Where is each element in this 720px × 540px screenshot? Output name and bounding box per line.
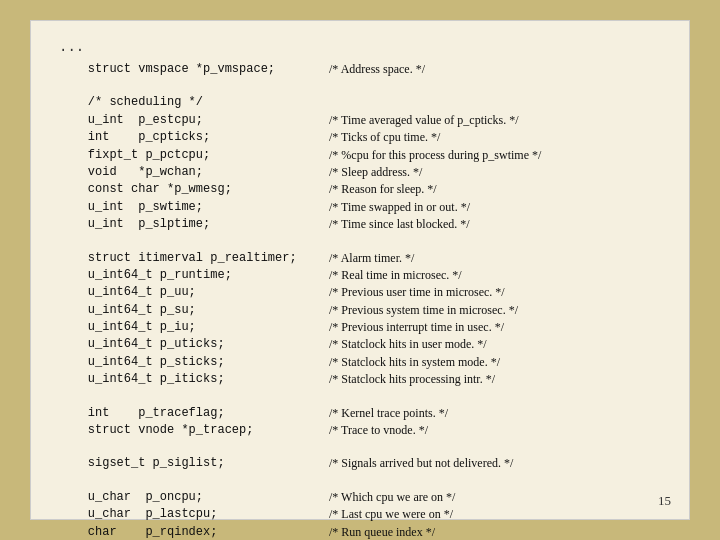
code-right: /* Trace to vnode. */: [329, 422, 428, 439]
code-line: u_char p_lastcpu; /* Last cpu we were on…: [59, 506, 661, 523]
code-right: /* Signals arrived but not delivered. */: [329, 455, 513, 472]
code-line: u_int64_t p_sticks; /* Statclock hits in…: [59, 354, 661, 371]
code-left: int p_traceflag;: [59, 405, 329, 422]
ellipsis-top: ...: [59, 39, 661, 55]
code-right: /* Reason for sleep. */: [329, 181, 437, 198]
code-left: /* scheduling */: [59, 94, 329, 111]
code-right: /* Statclock hits processing intr. */: [329, 371, 495, 388]
page-number: 15: [658, 493, 671, 509]
code-left: u_int p_swtime;: [59, 199, 329, 216]
code-line: u_int64_t p_iticks; /* Statclock hits pr…: [59, 371, 661, 388]
code-line: u_int64_t p_iu; /* Previous interrupt ti…: [59, 319, 661, 336]
code-right: /* Previous system time in microsec. */: [329, 302, 518, 319]
code-line: int p_traceflag; /* Kernel trace points.…: [59, 405, 661, 422]
section-trace: int p_traceflag; /* Kernel trace points.…: [59, 405, 661, 440]
code-left: u_char p_oncpu;: [59, 489, 329, 506]
code-right: /* Previous user time in microsec. */: [329, 284, 505, 301]
code-line: u_int64_t p_uu; /* Previous user time in…: [59, 284, 661, 301]
code-left: u_int64_t p_su;: [59, 302, 329, 319]
code-right: /* Address space. */: [329, 61, 425, 78]
code-line: u_int64_t p_uticks; /* Statclock hits in…: [59, 336, 661, 353]
section-vmspace: struct vmspace *p_vmspace; /* Address sp…: [59, 61, 661, 78]
code-left: u_int64_t p_runtime;: [59, 267, 329, 284]
code-line: u_int p_estcpu; /* Time averaged value o…: [59, 112, 661, 129]
code-right: /* Statclock hits in user mode. */: [329, 336, 487, 353]
code-line: sigset_t p_siglist; /* Signals arrived b…: [59, 455, 661, 472]
code-right: /* Alarm timer. */: [329, 250, 414, 267]
code-line: /* scheduling */: [59, 94, 661, 111]
code-left: struct itimerval p_realtimer;: [59, 250, 329, 267]
code-right: /* Time swapped in or out. */: [329, 199, 470, 216]
code-left: u_int p_estcpu;: [59, 112, 329, 129]
slide: ... struct vmspace *p_vmspace; /* Addres…: [30, 20, 690, 520]
code-left: struct vmspace *p_vmspace;: [59, 61, 329, 78]
code-right: /* %cpu for this process during p_swtime…: [329, 147, 541, 164]
code-left: char p_rqindex;: [59, 524, 329, 540]
code-line: u_int64_t p_runtime; /* Real time in mic…: [59, 267, 661, 284]
code-left: u_int64_t p_uticks;: [59, 336, 329, 353]
code-line: struct vmspace *p_vmspace; /* Address sp…: [59, 61, 661, 78]
code-left: u_int64_t p_iu;: [59, 319, 329, 336]
section-scheduling: /* scheduling */ u_int p_estcpu; /* Time…: [59, 94, 661, 233]
code-right: /* Kernel trace points. */: [329, 405, 448, 422]
code-left: u_int64_t p_iticks;: [59, 371, 329, 388]
code-content: struct vmspace *p_vmspace; /* Address sp…: [59, 61, 661, 540]
code-left: void *p_wchan;: [59, 164, 329, 181]
code-line: u_int p_slptime; /* Time since last bloc…: [59, 216, 661, 233]
code-right: /* Time averaged value of p_cpticks. */: [329, 112, 519, 129]
section-signals: sigset_t p_siglist; /* Signals arrived b…: [59, 455, 661, 472]
code-line: struct itimerval p_realtimer; /* Alarm t…: [59, 250, 661, 267]
code-left: u_int p_slptime;: [59, 216, 329, 233]
code-left: u_int64_t p_uu;: [59, 284, 329, 301]
code-left: u_int64_t p_sticks;: [59, 354, 329, 371]
code-line: u_int64_t p_su; /* Previous system time …: [59, 302, 661, 319]
code-right: /* Previous interrupt time in usec. */: [329, 319, 504, 336]
code-right: /* Time since last blocked. */: [329, 216, 470, 233]
code-right: /* Sleep address. */: [329, 164, 422, 181]
code-line: void *p_wchan; /* Sleep address. */: [59, 164, 661, 181]
code-left: struct vnode *p_tracep;: [59, 422, 329, 439]
section-timers: struct itimerval p_realtimer; /* Alarm t…: [59, 250, 661, 389]
code-line: u_char p_oncpu; /* Which cpu we are on *…: [59, 489, 661, 506]
code-left: const char *p_wmesg;: [59, 181, 329, 198]
code-right: /* Statclock hits in system mode. */: [329, 354, 500, 371]
code-line: char p_rqindex; /* Run queue index */: [59, 524, 661, 540]
code-right: /* Real time in microsec. */: [329, 267, 462, 284]
code-line: const char *p_wmesg; /* Reason for sleep…: [59, 181, 661, 198]
code-right: /* Which cpu we are on */: [329, 489, 455, 506]
code-line: int p_cpticks; /* Ticks of cpu time. */: [59, 129, 661, 146]
code-line: fixpt_t p_pctcpu; /* %cpu for this proce…: [59, 147, 661, 164]
code-left: u_char p_lastcpu;: [59, 506, 329, 523]
code-left: sigset_t p_siglist;: [59, 455, 329, 472]
section-cpu: u_char p_oncpu; /* Which cpu we are on *…: [59, 489, 661, 540]
code-right: /* Last cpu we were on */: [329, 506, 453, 523]
code-left: int p_cpticks;: [59, 129, 329, 146]
code-line: struct vnode *p_tracep; /* Trace to vnod…: [59, 422, 661, 439]
code-line: u_int p_swtime; /* Time swapped in or ou…: [59, 199, 661, 216]
code-left: fixpt_t p_pctcpu;: [59, 147, 329, 164]
code-right: /* Ticks of cpu time. */: [329, 129, 440, 146]
code-right: /* Run queue index */: [329, 524, 435, 540]
